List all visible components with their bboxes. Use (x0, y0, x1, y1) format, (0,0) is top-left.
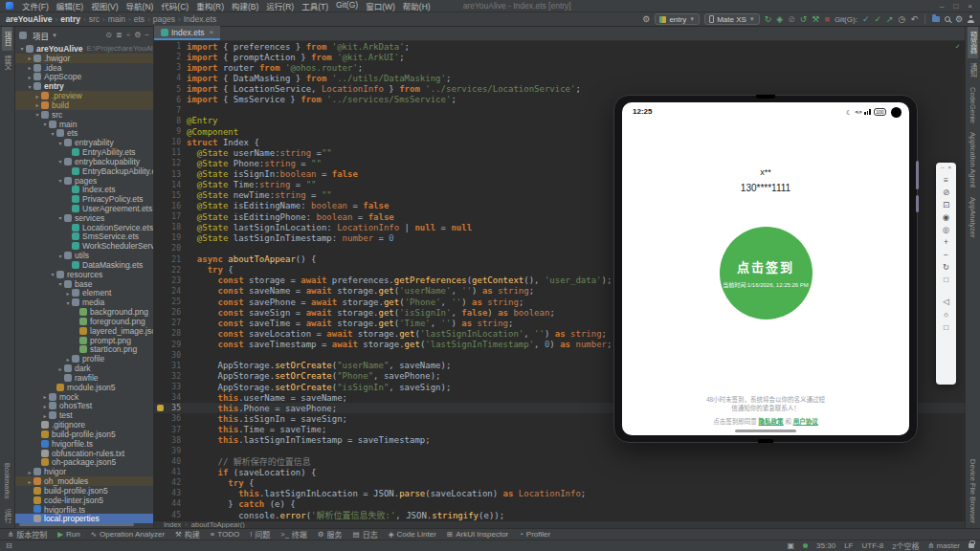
code-line-3[interactable]: 3import router from '@ohos.router'; (154, 62, 965, 73)
chevron-closed-icon[interactable]: ▸ (26, 64, 33, 71)
tree-item-starticon-png[interactable]: startIcon.png (15, 345, 153, 355)
tree-item-gitignore[interactable]: .gitignore (15, 420, 153, 430)
tree-item-areyoualive[interactable]: ▾areYouAliveE:\Project\areYouAlive (15, 44, 153, 54)
tree-item-utils[interactable]: ▾utils (15, 251, 153, 260)
code-line-4[interactable]: 4import { DataMasking } from '../utils/D… (154, 73, 965, 83)
project-panel-title[interactable]: 项目 (33, 30, 49, 41)
code-line-2[interactable]: 2import { promptAction } from '@kit.ArkU… (154, 52, 965, 62)
tree-item-layered-image-json[interactable]: layered_image.json (15, 326, 153, 336)
tree-item-ets[interactable]: ▾ets (15, 128, 153, 138)
tree-item-rawfile[interactable]: rawfile (15, 373, 153, 383)
tree-item-build[interactable]: ▸build (15, 100, 153, 110)
intention-bulb-icon[interactable] (157, 405, 164, 411)
chevron-open-icon[interactable]: ▾ (56, 158, 64, 165)
tree-item-entryability[interactable]: ▾entryability (15, 138, 153, 147)
crumb-ets[interactable]: ets (134, 14, 145, 24)
tree-item-workschedulerservice-ets[interactable]: WorkSchedulerService.ets (15, 241, 153, 251)
menu-9[interactable]: Git(G) (332, 0, 362, 11)
toolwindow-profiler[interactable]: ◔Profiler (519, 530, 550, 539)
crumb-pages[interactable]: pages (153, 14, 175, 24)
toolwindow-构建[interactable]: ⚒构建 (175, 529, 200, 540)
toolwindow-todo[interactable]: ≡TODO (211, 530, 239, 539)
chevron-open-icon[interactable]: ▾ (33, 111, 41, 118)
emulator-record-icon[interactable]: ◉ (943, 213, 949, 222)
tree-item-appscope[interactable]: ▸AppScope (15, 72, 153, 81)
emulator-rotate-icon[interactable]: ↻ (943, 263, 949, 272)
run-stop-icon[interactable]: ■ (824, 15, 829, 24)
chevron-closed-icon[interactable]: ▸ (41, 403, 49, 409)
minimize-button[interactable]: – (940, 2, 944, 11)
code-line-5[interactable]: 5import { LocationService, LocationInfo … (154, 84, 965, 95)
run-deploy-icon[interactable]: ↻ (765, 15, 772, 24)
tree-item-preview[interactable]: ▸.preview (15, 91, 153, 100)
tree-item-privacypolicy-ets[interactable]: PrivacyPolicy.ets (15, 194, 153, 204)
account-icon[interactable] (968, 15, 974, 23)
emulator-nav-home-icon[interactable]: ○ (944, 311, 948, 320)
toolwindow-问题[interactable]: !问题 (250, 529, 270, 540)
tool-button-通知[interactable]: 通知 (968, 58, 978, 82)
git-widget-label[interactable]: Git(G): (835, 15, 858, 24)
maximize-button[interactable]: □ (953, 2, 958, 11)
tool-button-运行[interactable]: 运行 (2, 504, 12, 528)
emulator-toolbar-minimize[interactable]: – (941, 165, 944, 170)
tree-item-resources[interactable]: ▾resources (15, 270, 153, 279)
tree-item-datamasking-ets[interactable]: DataMasking.ets (15, 260, 153, 270)
crumb-src[interactable]: src (89, 14, 100, 24)
tree-item-ohostest[interactable]: ▸ohosTest (15, 401, 153, 410)
toolwindow-arkui-inspector[interactable]: ⊞ArkUI Inspector (447, 530, 508, 539)
tree-item-hvigor[interactable]: ▸hvigor (15, 467, 153, 476)
chevron-open-icon[interactable]: ▾ (49, 130, 56, 137)
crumb-main[interactable]: main (108, 14, 125, 24)
chevron-open-icon[interactable]: ▾ (56, 177, 64, 184)
tab-close-icon[interactable]: × (210, 28, 214, 36)
run-sync-icon[interactable]: ↺ (800, 15, 808, 24)
tool-button-bookmarks[interactable]: Bookmarks (3, 458, 11, 504)
code-line-40[interactable]: 40 // 解析保存的位置信息 (154, 456, 965, 467)
settings-gear-icon[interactable]: ⚙ (642, 15, 650, 24)
emulator-touch-off-icon[interactable]: ⊘ (943, 188, 949, 197)
emulator-nav-back-icon[interactable]: ◁ (943, 298, 949, 306)
tree-item-hwigor[interactable]: ▸.hwigor (15, 54, 153, 63)
chevron-open-icon[interactable]: ▾ (18, 45, 26, 52)
toolwindow-run[interactable]: ▶Run (57, 530, 79, 539)
git-commit-check-icon[interactable]: ✓ (874, 15, 881, 24)
chevron-open-icon[interactable]: ▾ (56, 214, 64, 221)
chevron-open-icon[interactable]: ▾ (64, 299, 72, 306)
project-header-icon-1[interactable]: ≣ (116, 31, 122, 39)
tree-item-obfuscation-rules-txt[interactable]: obfuscation-rules.txt (15, 449, 153, 458)
toolwindow-code-linter[interactable]: ◈Code Linter (389, 530, 436, 539)
code-line-43[interactable]: 43 this.lastSignInLocation = JSON.parse(… (154, 488, 965, 498)
line-separator[interactable]: LF (844, 541, 853, 550)
caret-position[interactable]: 35:30 (816, 541, 835, 550)
ide-settings-icon[interactable]: ⚙ (955, 15, 963, 24)
tree-item-element[interactable]: ▸element (15, 289, 153, 298)
tree-item-smsservice-ets[interactable]: SmsService.ets (15, 232, 153, 242)
chevron-closed-icon[interactable]: ▸ (64, 356, 72, 363)
tree-item-build-profile-json5[interactable]: build-profile.json5 (15, 486, 153, 496)
git-branch[interactable]: ⋔ master (928, 541, 960, 550)
crumb-entry[interactable]: entry (60, 14, 80, 24)
tool-button-application-agent[interactable]: Application Agent (969, 127, 977, 192)
tree-item-dark[interactable]: ▸dark (15, 364, 153, 373)
menu-2[interactable]: 视图(V) (87, 0, 122, 11)
chevron-closed-icon[interactable]: ▸ (26, 478, 33, 485)
project-header-icon-3[interactable]: ⚙ (134, 31, 141, 39)
tree-item-hvigorfile-ts[interactable]: hvigorfile.ts (15, 505, 153, 515)
menu-5[interactable]: 重构(R) (192, 0, 228, 11)
tree-item-module-json5[interactable]: module.json5 (15, 383, 153, 392)
menu-11[interactable]: 帮助(H) (399, 0, 434, 11)
code-line-45[interactable]: 45 console.error('解析位置信息失败:', JSON.strin… (154, 510, 965, 520)
menu-1[interactable]: 编辑(E) (53, 0, 87, 11)
tree-item-entrybackupability[interactable]: ▾entrybackupability (15, 157, 153, 166)
run-build-hap-icon[interactable]: ⚒ (812, 15, 819, 24)
chevron-open-icon[interactable]: ▾ (26, 83, 33, 90)
inspection-status-icon[interactable]: ✓ (955, 42, 960, 51)
menu-6[interactable]: 构建(B) (228, 0, 262, 11)
notifications-icon[interactable]: ▣ (788, 541, 795, 550)
tree-item-prompt-png[interactable]: prompt.png (15, 336, 153, 345)
chevron-open-icon[interactable]: ▾ (41, 121, 49, 127)
tree-item-background-png[interactable]: background.png (15, 307, 153, 317)
code-line-41[interactable]: 41 if (saveLocation) { (154, 467, 965, 477)
tree-item-media[interactable]: ▾media (15, 298, 153, 307)
device-selector[interactable]: Mate XS▼ (704, 13, 760, 25)
